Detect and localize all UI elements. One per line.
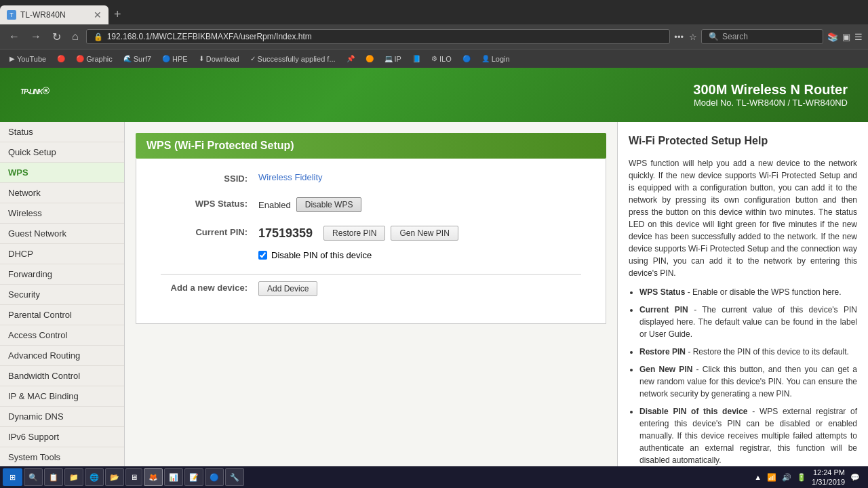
product-model: Model No. TL-WR840N / TL-WR840ND bbox=[693, 98, 848, 108]
search-placeholder: Search bbox=[722, 32, 748, 41]
forward-button[interactable]: → bbox=[27, 29, 45, 44]
bookmark-login[interactable]: 👤 Login bbox=[477, 54, 514, 64]
tray-notification[interactable]: 💬 bbox=[850, 473, 860, 482]
nav-extras: ••• ☆ bbox=[674, 32, 697, 42]
tab-close-btn[interactable]: ✕ bbox=[94, 9, 102, 20]
help-item-current-pin: Current PIN - The current value of this … bbox=[639, 304, 857, 340]
bookmark-1[interactable]: 🔴 bbox=[53, 54, 69, 64]
bookmark-label: HPE bbox=[172, 55, 188, 63]
search-bar[interactable]: 🔍 Search bbox=[701, 29, 823, 44]
bookmark-button[interactable]: ☆ bbox=[689, 32, 697, 42]
bookmark-youtube[interactable]: ▶ YouTube bbox=[5, 54, 50, 64]
sidebar-item-wireless[interactable]: Wireless bbox=[0, 203, 124, 224]
sidebar-item-advanced-routing[interactable]: Advanced Routing bbox=[0, 346, 124, 366]
address-bar[interactable]: 🔒 192.168.0.1/MWCLZEFBIKBMAXFA/userRpm/I… bbox=[86, 29, 671, 44]
main-panel: WPS (Wi-Fi Protected Setup) SSID: Wirele… bbox=[125, 122, 617, 487]
taskbar-tool[interactable]: 🔧 bbox=[225, 468, 244, 486]
wps-status-row: WPS Status: Enabled Disable WPS bbox=[150, 197, 592, 212]
ssid-value: Wireless Fidelity bbox=[258, 172, 592, 182]
bookmark-applied[interactable]: ✓ Successfully applied f... bbox=[246, 54, 340, 64]
reload-button[interactable]: ↻ bbox=[49, 29, 64, 45]
bookmark-download[interactable]: ⬇ Download bbox=[195, 54, 243, 64]
taskbar-edge[interactable]: 🌐 bbox=[85, 468, 104, 486]
extensions-button[interactable]: ••• bbox=[674, 32, 684, 42]
bookmark-graphic[interactable]: 🔴 Graphic bbox=[72, 54, 117, 64]
start-button[interactable]: ⊞ bbox=[3, 468, 22, 486]
new-tab-button[interactable]: + bbox=[108, 7, 127, 22]
sidebar-item-dynamic-dns[interactable]: Dynamic DNS bbox=[0, 407, 124, 427]
disable-wps-button[interactable]: Disable WPS bbox=[296, 197, 362, 212]
sidebar-toggle-button[interactable]: ▣ bbox=[842, 32, 850, 42]
sidebar-item-status[interactable]: Status bbox=[0, 122, 124, 142]
bookmark-surf7[interactable]: 🌊 Surf7 bbox=[119, 54, 155, 64]
home-button[interactable]: ⌂ bbox=[68, 29, 82, 44]
sidebar-item-ip-mac-binding[interactable]: IP & MAC Binding bbox=[0, 386, 124, 407]
browser-chrome: T TL-WR840N ✕ + ← → ↻ ⌂ 🔒 192.168.0.1/MW… bbox=[0, 0, 868, 68]
bookmark-pin[interactable]: 📌 bbox=[342, 54, 359, 64]
wps-content: SSID: Wireless Fidelity WPS Status: Enab… bbox=[136, 159, 606, 324]
bookmark-ip[interactable]: 💻 IP bbox=[380, 54, 406, 64]
tray-arrow[interactable]: ▲ bbox=[754, 473, 762, 481]
help-item-term-wps-status: WPS Status bbox=[639, 287, 685, 297]
disable-pin-row: Disable PIN of this device bbox=[258, 250, 592, 260]
disable-pin-checkbox[interactable] bbox=[258, 251, 267, 260]
taskbar-explorer[interactable]: 📁 bbox=[64, 468, 83, 486]
bookmark-blue[interactable]: 🔵 bbox=[458, 54, 475, 64]
wps-page-title: WPS (Wi-Fi Protected Setup) bbox=[136, 133, 606, 159]
sidebar-item-bandwidth-control[interactable]: Bandwidth Control bbox=[0, 366, 124, 386]
taskbar-files[interactable]: 📂 bbox=[105, 468, 124, 486]
bookmark-ilo[interactable]: ⚙ ILO bbox=[427, 54, 456, 64]
bookmarks-bar: ▶ YouTube 🔴 🔴 Graphic 🌊 Surf7 🔵 HPE ⬇ Do… bbox=[0, 49, 868, 68]
sidebar-item-access-control[interactable]: Access Control bbox=[0, 325, 124, 346]
taskbar-cmd[interactable]: 🖥 bbox=[125, 468, 142, 486]
sidebar-item-ipv6-support[interactable]: IPv6 Support bbox=[0, 427, 124, 447]
tp-header: TP-LINK® 300M Wireless N Router Model No… bbox=[0, 68, 868, 122]
help-item-term-disable-pin: Disable PIN of this device bbox=[639, 407, 747, 416]
taskbar-search[interactable]: 🔍 bbox=[24, 468, 43, 486]
add-device-button[interactable]: Add Device bbox=[258, 281, 317, 296]
pin-number: 17519359 bbox=[258, 226, 313, 241]
library-button[interactable]: 📚 bbox=[827, 32, 838, 42]
taskbar-time: 12:24 PM 1/31/2019 bbox=[812, 468, 845, 487]
sidebar-item-wps[interactable]: WPS bbox=[0, 163, 124, 183]
bookmark-fb[interactable]: 📘 bbox=[408, 54, 425, 64]
taskbar-firefox[interactable]: 🔵 bbox=[205, 468, 224, 486]
tab-favicon: T bbox=[7, 10, 16, 20]
help-item-desc-restore-pin: - Restore the PIN of this device to its … bbox=[688, 347, 848, 357]
help-panel: Wi-Fi Protected Setup Help WPS function … bbox=[617, 122, 868, 487]
system-tray: ▲ 📶 🔊 🔋 12:24 PM 1/31/2019 💬 bbox=[754, 468, 865, 487]
tray-network-icon[interactable]: 📶 bbox=[767, 473, 776, 482]
sidebar-item-quick-setup[interactable]: Quick Setup bbox=[0, 142, 124, 163]
sidebar-item-parental-control[interactable]: Parental Control bbox=[0, 305, 124, 325]
taskbar-task-view[interactable]: 📋 bbox=[44, 468, 63, 486]
sidebar-item-dhcp[interactable]: DHCP bbox=[0, 244, 124, 264]
bookmark-orange[interactable]: 🟠 bbox=[361, 54, 378, 64]
pin-label: Current PIN: bbox=[150, 226, 258, 237]
menu-button[interactable]: ☰ bbox=[854, 32, 863, 42]
logo-text: TP-LINK bbox=[20, 88, 42, 96]
tray-volume-icon[interactable]: 🔊 bbox=[782, 473, 791, 482]
gen-new-pin-button[interactable]: Gen New PIN bbox=[391, 226, 458, 241]
time-display: 12:24 PM bbox=[812, 468, 845, 477]
back-button[interactable]: ← bbox=[5, 29, 23, 44]
tab-bar: T TL-WR840N ✕ + bbox=[0, 0, 868, 24]
taskbar-excel[interactable]: 📊 bbox=[164, 468, 183, 486]
sidebar-item-guest-network[interactable]: Guest Network bbox=[0, 224, 124, 244]
bookmark-hpe[interactable]: 🔵 HPE bbox=[158, 54, 192, 64]
sidebar-item-security[interactable]: Security bbox=[0, 285, 124, 305]
restore-pin-button[interactable]: Restore PIN bbox=[323, 226, 385, 241]
taskbar-word[interactable]: 📝 bbox=[184, 468, 203, 486]
tray-battery-icon[interactable]: 🔋 bbox=[797, 473, 806, 482]
sidebar-item-network[interactable]: Network bbox=[0, 183, 124, 203]
help-title: Wi-Fi Protected Setup Help bbox=[629, 133, 857, 149]
product-name: 300M Wireless N Router bbox=[693, 82, 848, 98]
wps-status-value: Enabled Disable WPS bbox=[258, 197, 592, 212]
pin-row: Current PIN: 17519359 Restore PIN Gen Ne… bbox=[150, 226, 592, 260]
taskbar-browser[interactable]: 🦊 bbox=[144, 468, 163, 486]
sidebar-item-forwarding[interactable]: Forwarding bbox=[0, 264, 124, 285]
youtube-icon: ▶ bbox=[9, 55, 15, 62]
help-item-term-restore-pin: Restore PIN bbox=[639, 347, 686, 357]
bookmark-label: Login bbox=[492, 55, 510, 63]
browser-tab[interactable]: T TL-WR840N ✕ bbox=[0, 5, 108, 24]
sidebar-item-system-tools[interactable]: System Tools bbox=[0, 447, 124, 468]
